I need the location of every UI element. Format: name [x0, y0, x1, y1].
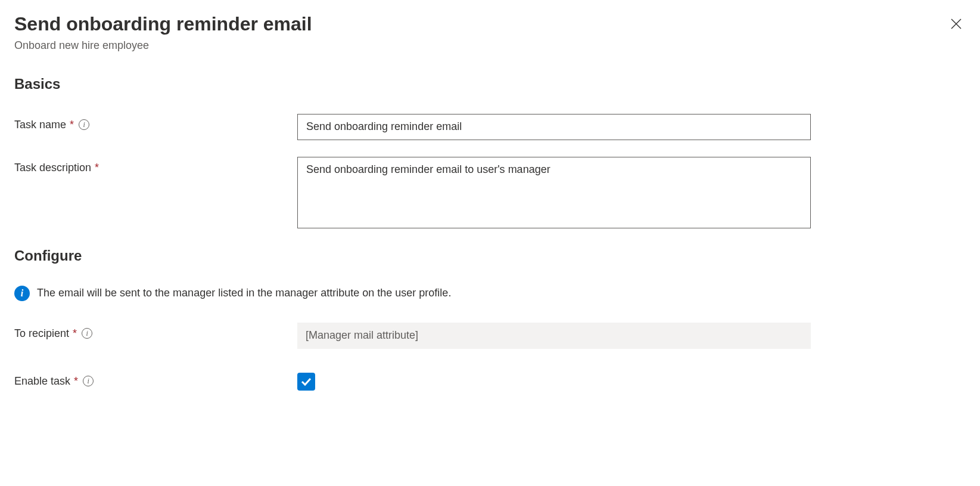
basics-heading: Basics — [14, 76, 966, 92]
enable-task-checkbox[interactable] — [297, 373, 315, 391]
task-description-input-wrap — [297, 157, 811, 231]
enable-task-label-text: Enable task — [14, 375, 70, 388]
info-message-text: The email will be sent to the manager li… — [37, 287, 451, 299]
enable-task-row: Enable task * i — [14, 373, 966, 391]
page-subtitle: Onboard new hire employee — [14, 39, 966, 52]
page-title: Send onboarding reminder email — [14, 12, 966, 37]
close-button[interactable] — [947, 14, 966, 33]
configure-section: Configure i The email will be sent to th… — [14, 247, 966, 391]
info-icon: i — [14, 286, 30, 301]
to-recipient-label-text: To recipient — [14, 327, 69, 340]
required-indicator: * — [70, 119, 74, 131]
configure-heading: Configure — [14, 247, 966, 264]
info-icon[interactable]: i — [79, 119, 89, 130]
task-name-row: Task name * i — [14, 114, 966, 140]
task-name-input-wrap — [297, 114, 811, 140]
task-description-label-text: Task description — [14, 162, 91, 174]
required-indicator: * — [73, 327, 77, 340]
enable-task-checkbox-wrap — [297, 373, 315, 391]
required-indicator: * — [95, 162, 99, 174]
panel-header: Send onboarding reminder email Onboard n… — [14, 12, 966, 52]
to-recipient-input-wrap — [297, 323, 811, 349]
enable-task-label: Enable task * i — [14, 373, 297, 388]
info-message: i The email will be sent to the manager … — [14, 286, 966, 301]
to-recipient-row: To recipient * i — [14, 323, 966, 349]
task-name-label: Task name * i — [14, 114, 297, 131]
info-icon[interactable]: i — [83, 376, 94, 386]
check-icon — [300, 376, 312, 388]
task-description-row: Task description * — [14, 157, 966, 231]
task-description-label: Task description * — [14, 157, 297, 174]
close-icon — [951, 18, 962, 29]
to-recipient-input — [297, 323, 811, 349]
to-recipient-label: To recipient * i — [14, 323, 297, 340]
required-indicator: * — [74, 375, 78, 388]
task-name-input[interactable] — [297, 114, 811, 140]
task-name-label-text: Task name — [14, 119, 66, 131]
info-icon[interactable]: i — [82, 328, 92, 339]
task-description-input[interactable] — [297, 157, 811, 228]
